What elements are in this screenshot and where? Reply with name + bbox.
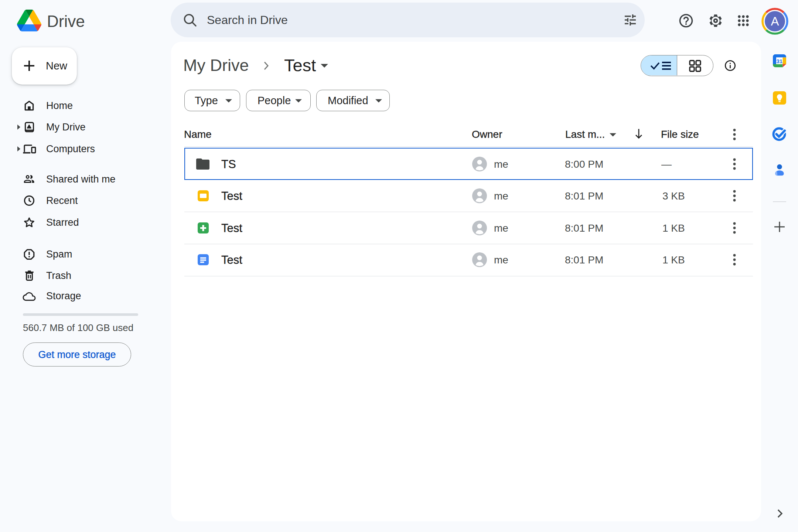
svg-text:31: 31 [776, 58, 782, 64]
svg-text:A: A [771, 14, 779, 28]
